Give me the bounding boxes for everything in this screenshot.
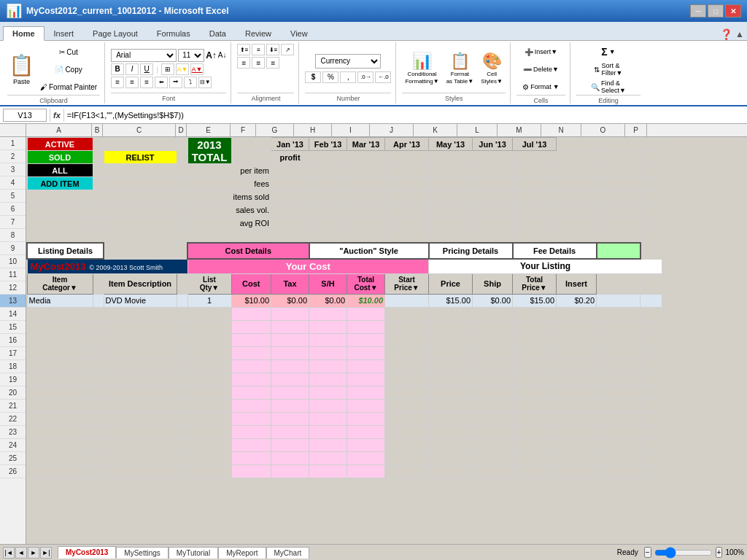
cell-7m[interactable] — [513, 217, 557, 230]
sheet-tab-mytutorial[interactable]: MyTutorial — [169, 547, 218, 559]
cell-6m[interactable] — [513, 203, 557, 217]
avg-roi-label[interactable]: avg ROI — [231, 217, 271, 230]
cell-8a[interactable] — [27, 230, 93, 243]
align-center2-button[interactable]: ≡ — [252, 57, 265, 69]
row-num-12[interactable]: 12 — [0, 281, 26, 295]
cell-4k[interactable] — [429, 177, 473, 190]
cell-9d[interactable] — [177, 243, 187, 259]
format-as-table-button[interactable]: 📋 Formatas Table▼ — [444, 50, 477, 86]
cell-3i[interactable] — [347, 164, 385, 177]
cell-3c[interactable] — [104, 164, 177, 177]
sh-header[interactable]: S/H — [309, 273, 347, 294]
tab-review[interactable]: Review — [236, 26, 281, 40]
formula-input[interactable] — [67, 111, 744, 120]
cell-8m[interactable] — [513, 230, 557, 243]
cell-reference-input[interactable] — [3, 109, 47, 122]
item-description-header[interactable]: Item Description — [104, 273, 177, 294]
row-num-7[interactable]: 7 — [0, 216, 26, 229]
row-num-4[interactable]: 4 — [0, 176, 26, 190]
italic-button[interactable]: I — [125, 63, 139, 75]
format-button[interactable]: ⚙Format▼ — [519, 79, 562, 95]
cell-6j[interactable] — [385, 203, 429, 217]
all-cell[interactable]: ALL — [27, 164, 93, 177]
tab-page-layout[interactable]: Page Layout — [83, 26, 147, 40]
cell-3l[interactable] — [473, 164, 513, 177]
border-button[interactable]: ⊞ — [161, 63, 174, 75]
cell-8l[interactable] — [473, 230, 513, 243]
row-num-3[interactable]: 3 — [0, 163, 26, 176]
cell-6i[interactable] — [347, 203, 385, 217]
cell-7g[interactable] — [271, 217, 309, 230]
sort-filter-button[interactable]: ⇅Sort &Filter▼ — [588, 61, 629, 77]
sheet-tab-mycost2013[interactable]: MyCost2013 — [58, 546, 116, 559]
ribbon-minimize-icon[interactable]: ▲ — [735, 29, 744, 39]
function-icon[interactable]: fx — [53, 111, 61, 120]
comma-button[interactable]: , — [340, 71, 356, 83]
cell-7i[interactable] — [347, 217, 385, 230]
cell-2i[interactable] — [347, 151, 385, 164]
align-left2-button[interactable]: ≡ — [237, 57, 250, 69]
cell-9p[interactable] — [640, 243, 662, 259]
cell-6c[interactable] — [104, 203, 177, 217]
cell-2n[interactable] — [557, 151, 597, 164]
cell-7j[interactable] — [385, 217, 429, 230]
col-header-a[interactable]: A — [26, 124, 92, 136]
jul13-cell[interactable]: Jul '13 — [513, 138, 557, 151]
next-tab-button[interactable]: ► — [28, 547, 39, 559]
apr13-cell[interactable]: Apr '13 — [385, 138, 429, 151]
row-num-8[interactable]: 8 — [0, 229, 26, 242]
item-category-header[interactable]: ItemCategor▼ — [27, 273, 93, 294]
row-num-22[interactable]: 22 — [0, 413, 26, 426]
may13-cell[interactable]: May '13 — [429, 138, 473, 151]
col-header-e[interactable]: E — [187, 124, 231, 136]
jan13-cell[interactable]: Jan '13 — [271, 138, 309, 151]
cell-1b[interactable] — [93, 138, 104, 151]
cell-6o[interactable] — [597, 203, 640, 217]
row-num-10[interactable]: 10 — [0, 255, 26, 268]
cut-button[interactable]: ✂Cut — [37, 44, 100, 60]
grow-font-icon[interactable]: A↑ — [206, 50, 217, 61]
pricing-details-cell[interactable]: Pricing Details — [429, 243, 513, 259]
add-item-cell[interactable]: ADD ITEM — [27, 177, 93, 190]
indent-decrease-button[interactable]: ⬅ — [155, 77, 168, 88]
tax-cell[interactable]: $0.00 — [271, 294, 309, 307]
merge-button[interactable]: ⊟▼ — [198, 77, 212, 88]
font-color-button[interactable]: A▼ — [190, 63, 204, 75]
minimize-button[interactable]: ─ — [690, 4, 706, 18]
cell-5m[interactable] — [513, 190, 557, 203]
cell-9o[interactable] — [597, 243, 640, 259]
cell-5j[interactable] — [385, 190, 429, 203]
start-price-header[interactable]: StartPrice▼ — [385, 273, 429, 294]
cell-3g[interactable] — [271, 164, 309, 177]
row-num-16[interactable]: 16 — [0, 334, 26, 347]
row-num-13[interactable]: 13 — [0, 295, 26, 308]
row-num-11[interactable]: 11 — [0, 268, 26, 281]
cell-3n[interactable] — [557, 164, 597, 177]
cell-5k[interactable] — [429, 190, 473, 203]
tab-home[interactable]: Home — [3, 26, 44, 41]
cost-cell[interactable]: $10.00 — [231, 294, 271, 307]
listing-details-cell[interactable]: Listing Details — [27, 243, 104, 259]
cell-11b[interactable] — [93, 273, 104, 294]
decimal-increase-button[interactable]: .0→ — [357, 71, 374, 83]
sheet-tab-mysettings[interactable]: MySettings — [116, 547, 168, 559]
cell-6d[interactable] — [177, 203, 187, 217]
top-align-button[interactable]: ⬆≡ — [237, 44, 250, 55]
cell-8h[interactable] — [309, 230, 347, 243]
mid-align-button[interactable]: ≡ — [252, 44, 265, 55]
cell-6p[interactable] — [640, 203, 662, 217]
cell-7c[interactable] — [104, 217, 177, 230]
cell-styles-button[interactable]: 🎨 CellStyles▼ — [478, 50, 506, 86]
col-header-m[interactable]: M — [498, 124, 541, 136]
cell-6n[interactable] — [557, 203, 597, 217]
cell-7e[interactable] — [187, 217, 231, 230]
align-center-button[interactable]: ≡ — [125, 77, 139, 88]
font-name-select[interactable]: Arial — [111, 49, 177, 62]
cell-1p[interactable] — [640, 138, 662, 151]
cell-5d[interactable] — [177, 190, 187, 203]
decimal-decrease-button[interactable]: ←.0 — [375, 71, 391, 83]
cell-2p[interactable] — [640, 151, 662, 164]
qty-cell[interactable]: 1 — [187, 294, 231, 307]
cell-2b[interactable] — [93, 151, 104, 164]
per-item-label[interactable]: per item — [231, 164, 271, 177]
